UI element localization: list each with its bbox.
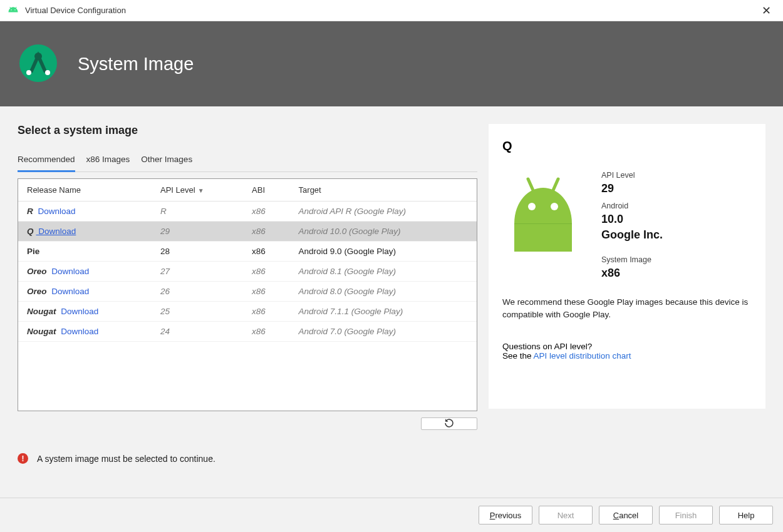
- svg-line-2: [10, 7, 11, 8]
- release-name: Oreo: [27, 267, 47, 276]
- previous-button[interactable]: Previous: [479, 506, 532, 524]
- finish-button: Finish: [659, 506, 713, 524]
- api-cell: R: [152, 202, 243, 222]
- abi-cell: x86: [243, 322, 290, 342]
- help-button[interactable]: Help: [719, 506, 773, 524]
- release-name: R: [27, 207, 33, 216]
- window-titlebar: Virtual Device Configuration ✕: [0, 0, 783, 21]
- col-target[interactable]: Target: [290, 179, 477, 202]
- svg-line-9: [553, 179, 558, 190]
- abi-cell: x86: [243, 242, 290, 262]
- android-version-value: 10.0: [601, 213, 752, 226]
- table-row[interactable]: Pie28x86Android 9.0 (Google Play): [18, 242, 477, 262]
- sort-desc-icon: ▼: [198, 187, 204, 194]
- api-cell: 24: [152, 322, 243, 342]
- col-abi[interactable]: ABI: [243, 179, 290, 202]
- svg-line-8: [528, 179, 533, 190]
- release-name: Nougat: [27, 327, 56, 336]
- abi-cell: x86: [243, 282, 290, 302]
- svg-point-0: [11, 9, 12, 11]
- download-link[interactable]: Download: [49, 287, 90, 296]
- svg-point-5: [34, 53, 42, 60]
- table-row[interactable]: Oreo Download26x86Android 8.0 (Google Pl…: [18, 282, 477, 302]
- table-row[interactable]: Q Download29x86Android 10.0 (Google Play…: [18, 222, 477, 242]
- next-button: Next: [539, 506, 593, 524]
- wizard-footer: Previous Next Cancel Finish Help: [0, 498, 783, 532]
- abi-cell: x86: [243, 302, 290, 322]
- table-row[interactable]: R DownloadRx86Android API R (Google Play…: [18, 202, 477, 222]
- target-cell: Android 10.0 (Google Play): [290, 222, 477, 242]
- android-robot-icon: [502, 165, 584, 265]
- android-studio-icon: [18, 43, 59, 86]
- api-cell: 26: [152, 282, 243, 302]
- release-name: Oreo: [27, 287, 47, 296]
- svg-point-7: [45, 70, 50, 75]
- api-cell: 25: [152, 302, 243, 322]
- release-name: Pie: [27, 247, 39, 256]
- svg-rect-11: [514, 224, 572, 252]
- target-cell: Android 8.0 (Google Play): [290, 282, 477, 302]
- window-title: Virtual Device Configuration: [25, 6, 126, 15]
- refresh-icon: [443, 417, 455, 430]
- system-image-value: x86: [601, 267, 752, 280]
- close-button[interactable]: ✕: [757, 1, 775, 20]
- tab-recommended[interactable]: Recommended: [18, 151, 75, 172]
- api-level-value: 29: [601, 182, 752, 195]
- download-link[interactable]: Download: [36, 227, 76, 236]
- wizard-header: System Image: [0, 21, 783, 106]
- cancel-button[interactable]: Cancel: [599, 506, 653, 524]
- target-cell: Android 9.0 (Google Play): [290, 242, 477, 262]
- vendor-value: Google Inc.: [601, 228, 752, 242]
- table-row[interactable]: Oreo Download27x86Android 8.1 (Google Pl…: [18, 262, 477, 282]
- table-row[interactable]: Nougat Download24x86Android 7.0 (Google …: [18, 322, 477, 342]
- svg-point-4: [19, 44, 57, 82]
- col-api[interactable]: API Level▼: [152, 179, 243, 202]
- download-link[interactable]: Download: [36, 207, 76, 216]
- system-image-label: System Image: [601, 255, 752, 264]
- target-cell: Android API R (Google Play): [290, 202, 477, 222]
- detail-title: Q: [502, 139, 752, 153]
- refresh-button[interactable]: [421, 417, 477, 430]
- svg-line-3: [16, 7, 17, 8]
- android-head-icon: [8, 5, 19, 16]
- api-cell: 29: [152, 222, 243, 242]
- validation-error: ! A system image must be selected to con…: [18, 453, 215, 464]
- tab-bar: Recommended x86 Images Other Images: [18, 151, 477, 172]
- download-link[interactable]: Download: [49, 267, 90, 276]
- svg-point-6: [26, 70, 31, 75]
- target-cell: Android 8.1 (Google Play): [290, 262, 477, 282]
- error-text: A system image must be selected to conti…: [37, 454, 215, 464]
- image-details-panel: Q API Level 29 Android 10.0 Google Inc.: [489, 124, 765, 409]
- api-cell: 28: [152, 242, 243, 262]
- target-cell: Android 7.0 (Google Play): [290, 322, 477, 342]
- abi-cell: x86: [243, 202, 290, 222]
- col-release[interactable]: Release Name: [18, 179, 152, 202]
- error-icon: !: [18, 453, 28, 464]
- release-name: Q: [27, 227, 34, 236]
- api-level-label: API Level: [601, 171, 752, 180]
- api-distribution-link[interactable]: API level distribution chart: [534, 351, 631, 361]
- tab-x86-images[interactable]: x86 Images: [86, 151, 130, 172]
- abi-cell: x86: [243, 222, 290, 242]
- tab-other-images[interactable]: Other Images: [141, 151, 192, 172]
- abi-cell: x86: [243, 262, 290, 282]
- android-label: Android: [601, 202, 752, 210]
- page-title: System Image: [78, 54, 194, 74]
- api-question-text: Questions on API level?: [502, 342, 752, 351]
- section-title: Select a system image: [18, 124, 477, 137]
- release-name: Nougat: [27, 307, 56, 316]
- download-link[interactable]: Download: [59, 327, 99, 336]
- recommendation-text: We recommend these Google Play images be…: [502, 296, 752, 320]
- table-row[interactable]: Nougat Download25x86Android 7.1.1 (Googl…: [18, 302, 477, 322]
- api-cell: 27: [152, 262, 243, 282]
- svg-point-1: [14, 9, 16, 11]
- target-cell: Android 7.1.1 (Google Play): [290, 302, 477, 322]
- svg-point-12: [528, 203, 536, 210]
- download-link[interactable]: Download: [59, 307, 99, 316]
- see-the-text: See the: [502, 351, 534, 361]
- svg-point-13: [551, 203, 558, 210]
- system-image-table: Release Name API Level▼ ABI Target R Dow…: [18, 178, 477, 411]
